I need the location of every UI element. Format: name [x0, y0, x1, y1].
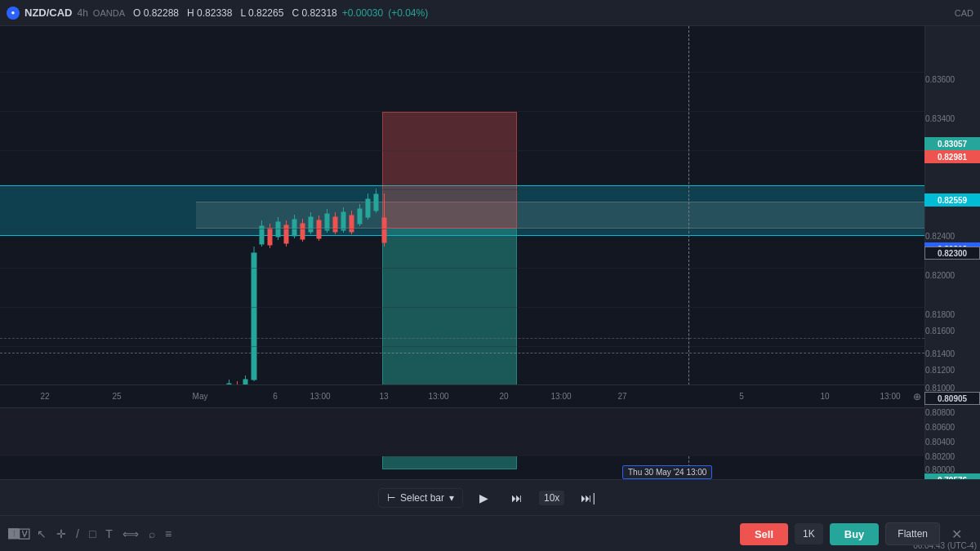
fast-forward-button[interactable]: ⏭|	[574, 488, 602, 508]
grid-line	[0, 189, 924, 190]
grid-line	[0, 307, 924, 308]
select-bar-label: Select bar	[400, 492, 444, 504]
playback-bar: ⊢ Select bar ▾ ▶ ⏭ 10x ⏭|	[0, 480, 980, 516]
gray-scroll-area	[0, 407, 924, 456]
price-83600: 0.83600	[925, 75, 960, 84]
play-button[interactable]: ▶	[473, 488, 495, 508]
y-axis: 0.83600 0.83400 0.83200 0.83057 0.82981 …	[924, 26, 980, 479]
more-tools[interactable]: ≡	[163, 525, 174, 543]
drawing-tools: 🆃🅅 ↖ ✛ / □ T ⟺ ⌕ ≡	[0, 516, 182, 551]
badge-83057: 0.83057	[924, 137, 980, 150]
time-5: 5	[739, 392, 744, 401]
zoom-icon[interactable]: ⊕	[913, 391, 921, 402]
time-22: 22	[40, 392, 49, 401]
measure-tool[interactable]: ⟺	[120, 525, 141, 543]
price-81200: 0.81200	[925, 366, 960, 375]
price-81800: 0.81800	[925, 310, 960, 319]
quantity-display[interactable]: 1K	[795, 523, 823, 544]
time-axis: 22 25 May 6 13:00 13 13:00 20 13:00 27 5…	[0, 384, 924, 407]
tradingview-logo: 🆃🅅	[8, 528, 29, 540]
time-6: 6	[273, 392, 278, 401]
badge-82981: 0.82981	[924, 150, 980, 163]
grid-line	[0, 346, 924, 347]
badge-82300: 0.82300	[924, 247, 980, 260]
fast-forward-icon: ⏭|	[581, 491, 595, 504]
price-low: L 0.82265	[240, 7, 283, 19]
select-bar-button[interactable]: ⊢ Select bar ▾	[378, 488, 463, 508]
price-83400: 0.83400	[925, 114, 960, 123]
step-forward-button[interactable]: ⏭	[505, 488, 529, 508]
currency-label: CAD	[955, 8, 973, 18]
badge-79576: 0.79576	[924, 473, 980, 479]
price-close: C 0.82318	[292, 7, 336, 19]
grid-line	[0, 268, 924, 269]
grid-line	[0, 72, 924, 73]
price-81400: 0.81400	[925, 349, 960, 358]
chart-container: Thu 30 May '24 13:00 .bull { fill: #26a6…	[0, 26, 980, 479]
price-80800: 0.80800	[925, 408, 960, 417]
zoom-tool[interactable]: ⌕	[146, 525, 158, 543]
grid-line	[0, 229, 924, 229]
crosshair-tool[interactable]: ✛	[54, 525, 69, 543]
select-bar-icon: ⊢	[387, 492, 395, 504]
time-1300c: 13:00	[550, 392, 571, 401]
badge-82559: 0.82559	[924, 193, 980, 207]
time-20: 20	[499, 392, 508, 401]
price-82000: 0.82000	[925, 271, 960, 280]
buy-button[interactable]: Buy	[830, 523, 880, 545]
flatten-button[interactable]: Flatten	[885, 522, 940, 545]
grid-line	[0, 150, 924, 151]
time-27: 27	[617, 392, 626, 401]
time-1300a: 13:00	[310, 392, 330, 401]
broker-icon: ●	[7, 7, 20, 20]
cursor-tool[interactable]: ↖	[34, 525, 49, 543]
symbol-label[interactable]: NZD/CAD	[24, 7, 73, 19]
time-1300d: 13:00	[880, 392, 900, 401]
price-80400: 0.80400	[925, 438, 960, 447]
broker-label: OANDA	[93, 8, 125, 18]
time-1300b: 13:00	[428, 392, 448, 401]
step-icon: ⏭	[511, 491, 523, 504]
price-82400: 0.82400	[925, 232, 960, 241]
bottom-toolbar: ⊢ Select bar ▾ ▶ ⏭ 10x ⏭| 🆃🅅 ↖ ✛ / □ T ⟺…	[0, 479, 980, 551]
speed-badge[interactable]: 10x	[539, 491, 564, 505]
time-25: 25	[112, 392, 121, 401]
play-icon: ▶	[479, 491, 488, 504]
close-button[interactable]: ✕	[947, 525, 967, 544]
badge-80905: 0.80905	[924, 392, 980, 405]
time-13: 13	[379, 392, 388, 401]
chart-header: ● NZD/CAD 4h OANDA O 0.82288 H 0.82338 L…	[0, 0, 980, 26]
time-10: 10	[820, 392, 829, 401]
trend-line-tool[interactable]: /	[74, 525, 82, 543]
price-high: H 0.82338	[187, 7, 232, 19]
price-open: O 0.82288	[133, 7, 179, 19]
select-bar-chevron: ▾	[449, 492, 454, 504]
text-tool[interactable]: T	[103, 525, 115, 543]
price-80600: 0.80600	[925, 423, 960, 432]
price-81600: 0.81600	[925, 327, 960, 335]
rect-tool[interactable]: □	[87, 525, 98, 543]
price-80200: 0.80200	[925, 452, 960, 461]
grid-line	[0, 111, 924, 112]
timeframe-label[interactable]: 4h	[78, 7, 88, 19]
sell-button[interactable]: Sell	[740, 523, 788, 545]
price-change: +0.00030	[342, 7, 383, 19]
trade-controls: Sell 1K Buy Flatten ✕	[740, 522, 980, 545]
time-may: May	[193, 392, 208, 401]
price-change-pct: (+0.04%)	[388, 7, 428, 19]
